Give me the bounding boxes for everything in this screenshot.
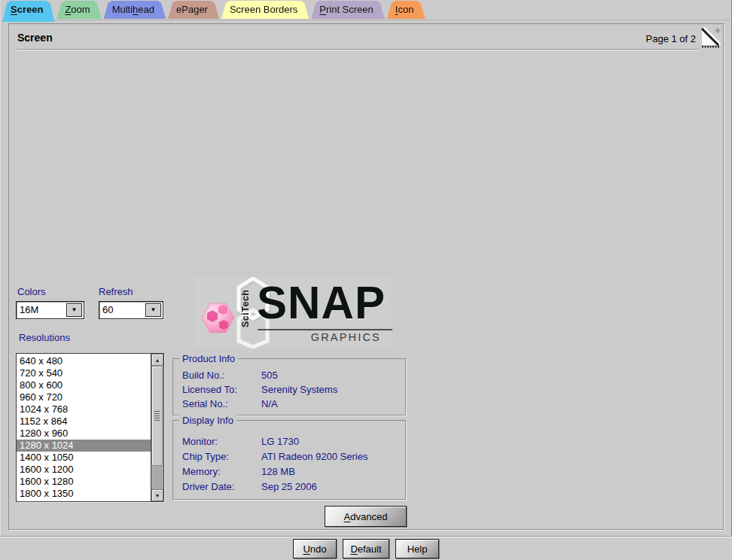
colors-combobox[interactable]: 16M ▼ <box>16 301 84 319</box>
scitech-vertical-text: SciTech <box>240 288 251 327</box>
info-row: Driver Date: Sep 25 2006 <box>182 479 401 495</box>
resolutions-items: 640 x 480 720 x 540 800 x 600 960 x 720 … <box>17 355 151 500</box>
tab-multihead[interactable]: Multihead <box>104 1 166 19</box>
info-row: Monitor: LG 1730 <box>182 434 401 449</box>
scroll-down-button[interactable]: ▼ <box>151 489 163 501</box>
scrollbar-thumb[interactable] <box>151 366 163 466</box>
info-row: Licensed To: Serenity Systems <box>182 382 401 397</box>
row-label: Build No.: <box>182 368 261 382</box>
colors-value: 16M <box>20 302 38 318</box>
resolution-item[interactable]: 800 x 600 <box>17 379 151 391</box>
scroll-up-button[interactable]: ▲ <box>151 354 163 366</box>
tab-icon[interactable]: Icon <box>387 1 425 19</box>
tab-screen[interactable]: Screen <box>2 1 54 22</box>
button-label: efault <box>358 543 382 555</box>
logo-rule <box>258 329 392 330</box>
vertical-scrollbar[interactable]: ▲ ▼ <box>151 354 163 501</box>
row-label: Monitor: <box>182 434 261 449</box>
refresh-label: Refresh <box>99 286 133 297</box>
refresh-combobox[interactable]: 60 ▼ <box>99 301 163 319</box>
tab-screen-borders[interactable]: Screen Borders <box>221 1 309 19</box>
button-mnemonic: U <box>303 543 310 555</box>
row-label: Memory: <box>182 464 261 479</box>
header-separator <box>17 49 698 50</box>
tab-label: Screen Borders <box>230 4 297 15</box>
undo-button[interactable]: Undo <box>293 539 337 558</box>
info-row: Build No.: 505 <box>182 368 401 382</box>
notebook-tab-bar: Screen Zoom Multihead ePager Screen Bord… <box>2 1 425 21</box>
tab-mnemonic: S <box>11 4 17 15</box>
button-label: Help <box>407 543 428 555</box>
resolution-item[interactable]: 960 x 720 <box>17 391 151 403</box>
product-info-rows: Build No.: 505 Licensed To: Serenity Sys… <box>182 368 401 411</box>
chevron-down-icon: ▼ <box>72 307 78 313</box>
tab-print-screen[interactable]: Print Screen <box>311 1 385 19</box>
tab-label: ePager <box>176 4 208 15</box>
resolution-item[interactable]: 1152 x 864 <box>17 415 151 428</box>
footer-bar: Undo Default Help <box>0 536 732 560</box>
resolution-item[interactable]: 640 x 480 <box>17 355 151 367</box>
chevron-down-icon: ▼ <box>151 307 157 313</box>
tab-label: oom <box>71 4 90 15</box>
resolutions-listbox[interactable]: 640 x 480 720 x 540 800 x 600 960 x 720 … <box>16 353 164 502</box>
resolution-item[interactable]: 1600 x 1200 <box>17 464 151 476</box>
row-value: Serenity Systems <box>261 382 337 397</box>
row-label: Chip Type: <box>182 449 261 464</box>
advanced-button[interactable]: Advanced <box>325 506 407 527</box>
scrollbar-grip-icon <box>154 411 160 422</box>
info-row: Memory: 128 MB <box>182 464 401 479</box>
snap-graphics-settings-window: Screen Zoom Multihead ePager Screen Bord… <box>0 0 732 560</box>
tab-epager[interactable]: ePager <box>168 1 219 19</box>
arrow-down-icon: ▼ <box>155 493 160 498</box>
tab-zoom[interactable]: Zoom <box>56 1 101 19</box>
tab-label: con <box>398 4 413 15</box>
row-value: 505 <box>261 368 278 382</box>
button-label: ndo <box>310 543 327 555</box>
info-row: Chip Type: ATI Radeon 9200 Series <box>182 449 401 464</box>
page-indicator: Page 1 of 2 <box>646 33 697 44</box>
button-label: dvanced <box>350 511 387 522</box>
resolution-item[interactable]: 1800 x 1350 <box>17 488 151 500</box>
resolution-item[interactable]: 1024 x 768 <box>17 403 151 415</box>
pink-hexagon-icon <box>200 301 236 336</box>
colors-label: Colors <box>17 286 46 297</box>
graphics-wordmark: GRAPHICS <box>311 331 381 343</box>
resolution-item[interactable]: 720 x 540 <box>17 367 151 379</box>
page-title: Screen <box>17 32 53 44</box>
notebook-page-screen: Screen Page 1 of 2 Colors 16M ▼ Refresh <box>8 23 724 530</box>
display-info-title: Display Info <box>179 415 236 426</box>
resolution-item[interactable]: 1600 x 1280 <box>17 476 151 488</box>
refresh-dropdown-button[interactable]: ▼ <box>145 303 161 317</box>
colors-dropdown-button[interactable]: ▼ <box>66 303 82 317</box>
product-info-groupbox: Product Info Build No.: 505 Licensed To:… <box>172 358 406 415</box>
row-label: Driver Date: <box>182 479 261 495</box>
tab-label: Multi <box>112 4 133 15</box>
row-label: Serial No.: <box>182 397 261 411</box>
display-info-groupbox: Display Info Monitor: LG 1730 Chip Type:… <box>172 420 406 500</box>
info-row: Serial No.: N/A <box>182 397 401 411</box>
resolution-item[interactable]: 1400 x 1050 <box>17 452 151 464</box>
row-value: N/A <box>261 397 278 411</box>
row-value: 128 MB <box>261 464 295 479</box>
tab-label: creen <box>17 4 44 15</box>
button-mnemonic: A <box>344 511 351 522</box>
tab-label: ead <box>138 4 154 15</box>
row-label: Licensed To: <box>182 382 261 397</box>
button-mnemonic: D <box>350 543 357 555</box>
product-info-title: Product Info <box>179 353 238 364</box>
display-info-rows: Monitor: LG 1730 Chip Type: ATI Radeon 9… <box>182 434 401 495</box>
snap-wordmark: SNAP <box>257 278 386 327</box>
row-value: Sep 25 2006 <box>261 479 317 495</box>
row-value: LG 1730 <box>261 434 299 449</box>
page-turn-corner-icon[interactable] <box>700 26 721 49</box>
default-button[interactable]: Default <box>343 539 389 558</box>
resolutions-label: Resolutions <box>19 332 70 343</box>
resolution-item-selected[interactable]: 1280 x 1024 <box>17 440 151 452</box>
snap-graphics-logo: SciTech SNAP GRAPHICS <box>194 277 392 348</box>
tab-mnemonic: P <box>319 4 326 15</box>
notebook-frame: Screen Page 1 of 2 Colors 16M ▼ Refresh <box>2 20 730 536</box>
resolution-item[interactable]: 1280 x 960 <box>17 428 151 440</box>
help-button[interactable]: Help <box>395 539 439 558</box>
row-value: ATI Radeon 9200 Series <box>261 449 368 464</box>
arrow-up-icon: ▲ <box>155 358 160 363</box>
